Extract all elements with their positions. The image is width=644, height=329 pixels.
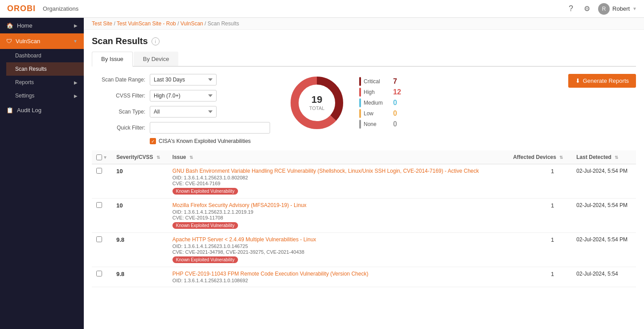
generate-reports-button[interactable]: ⬇ Generate Reports xyxy=(568,74,636,88)
vulnscan-arrow-icon: ▼ xyxy=(73,39,78,44)
donut-chart: 19 TOTAL xyxy=(288,74,346,132)
row3-severity-value: 9.8 xyxy=(116,236,124,243)
filters-column: Scan Date Range: Last 30 Days Last 7 Day… xyxy=(92,74,270,144)
scan-type-label: Scan Type: xyxy=(92,109,145,115)
row2-affected: 1 xyxy=(505,199,572,233)
quick-filter-label: Quick Filter: xyxy=(92,125,145,131)
sidebar-item-audit-log[interactable]: 📋 Audit Log xyxy=(0,102,84,118)
row1-last-detected: 02-Jul-2024, 5:54 PM xyxy=(572,164,636,199)
row3-issue-title[interactable]: Apache HTTP Server < 2.4.49 Multiple Vul… xyxy=(172,236,316,243)
legend-medium-bar xyxy=(359,98,361,107)
legend-low-count: 0 xyxy=(393,110,397,118)
row2-severity-value: 10 xyxy=(116,202,123,209)
header-checkbox[interactable] xyxy=(96,154,102,160)
row1-checkbox-cell xyxy=(92,164,112,199)
legend-high-count: 12 xyxy=(393,88,401,96)
page-info-icon[interactable]: i xyxy=(152,37,160,45)
row4-issue-title[interactable]: PHP CVE-2019-11043 FPM Remote Code Execu… xyxy=(172,271,369,277)
header-issue[interactable]: Issue ⇅ xyxy=(168,150,505,164)
scan-date-label: Scan Date Range: xyxy=(92,77,145,83)
donut-center: 19 TOTAL xyxy=(309,95,324,111)
legend-none-count: 0 xyxy=(393,120,397,128)
sidebar-item-vulnscan[interactable]: 🛡 VulnScan ▼ xyxy=(0,33,84,49)
help-icon[interactable]: ? xyxy=(566,4,576,14)
row2-detected-value: 02-Jul-2024, 5:54 PM xyxy=(576,202,628,208)
home-arrow-icon: ▶ xyxy=(74,23,78,28)
row3-affected: 1 xyxy=(505,233,572,267)
sidebar: 🏠 Home ▶ 🛡 VulnScan ▼ Dashboard Scan Res… xyxy=(0,18,84,329)
row4-checkbox[interactable] xyxy=(96,271,102,276)
donut-total-label: TOTAL xyxy=(309,106,324,111)
breadcrumb-vulnscan[interactable]: VulnScan xyxy=(180,20,203,27)
row1-oid: OID: 1.3.6.1.4.1.25623.1.0.802082 xyxy=(172,175,500,180)
sidebar-item-dashboard[interactable]: Dashboard xyxy=(6,49,84,62)
topbar-org[interactable]: Organizations xyxy=(43,5,78,12)
table-row: 10 Mozilla Firefox Security Advisory (MF… xyxy=(92,199,636,233)
scan-type-select[interactable]: All Active Passive xyxy=(150,106,217,118)
row2-checkbox[interactable] xyxy=(96,202,102,208)
sidebar-item-home-label: Home xyxy=(17,22,33,29)
header-affected[interactable]: Affected Devices ⇅ xyxy=(505,150,572,164)
audit-log-icon: 📋 xyxy=(6,107,13,114)
row4-affected-count: 1 xyxy=(551,271,554,277)
legend-none-bar xyxy=(359,120,361,129)
row1-affected-count: 1 xyxy=(551,168,554,175)
issue-sort-icon: ⇅ xyxy=(189,155,193,160)
settings-icon[interactable]: ⚙ xyxy=(582,4,592,14)
row1-issue: GNU Bash Environment Variable Handling R… xyxy=(168,164,505,199)
row2-affected-count: 1 xyxy=(551,202,554,209)
page-title: Scan Results xyxy=(92,36,148,46)
row2-last-detected: 02-Jul-2024, 5:54 PM xyxy=(572,199,636,233)
legend-medium-name: Medium xyxy=(364,100,390,106)
scan-date-select[interactable]: Last 30 Days Last 7 Days Last 90 Days Al… xyxy=(150,74,217,85)
legend-critical-name: Critical xyxy=(364,78,390,85)
row1-cve: CVE: CVE-2014-7169 xyxy=(172,181,500,186)
header-checkbox-cell: ▼ xyxy=(92,150,112,164)
row4-detected-value: 02-Jul-2024, 5:54 xyxy=(576,271,618,277)
sidebar-item-settings-label: Settings xyxy=(15,93,34,99)
legend-high-name: High xyxy=(364,89,390,95)
breadcrumb-vulnscan-site[interactable]: Test VulnScan Site - Rob xyxy=(117,20,176,27)
quick-filter-input[interactable] xyxy=(150,122,270,134)
row1-checkbox[interactable] xyxy=(96,168,102,174)
sidebar-item-reports-label: Reports xyxy=(15,79,34,85)
row4-checkbox-cell xyxy=(92,267,112,287)
donut-total-number: 19 xyxy=(309,95,324,105)
row3-affected-count: 1 xyxy=(551,236,554,243)
row2-oid: OID: 1.3.6.1.4.1.25623.1.2.1.2019.19 xyxy=(172,209,500,215)
table-row: 10 GNU Bash Environment Variable Handlin… xyxy=(92,164,636,199)
tab-by-issue[interactable]: By Issue xyxy=(92,52,133,67)
header-severity[interactable]: Severity/CVSS ⇅ xyxy=(112,150,168,164)
vulnscan-icon: 🛡 xyxy=(6,38,12,45)
tab-by-device[interactable]: By Device xyxy=(134,52,179,66)
row2-issue-title[interactable]: Mozilla Firefox Security Advisory (MFSA2… xyxy=(172,202,307,208)
avatar: R xyxy=(598,3,610,15)
row1-issue-title[interactable]: GNU Bash Environment Variable Handling R… xyxy=(172,168,479,174)
breadcrumb-test-site[interactable]: Test Site xyxy=(92,20,112,27)
cisa-checkbox[interactable]: ✓ xyxy=(150,138,156,144)
cisa-checkbox-label: CISA's Known Exploited Vulnerabilities xyxy=(159,138,251,144)
sidebar-item-home[interactable]: 🏠 Home ▶ xyxy=(0,18,84,33)
user-menu[interactable]: R Robert ▼ xyxy=(598,3,637,15)
tabs: By Issue By Device xyxy=(92,52,636,67)
row1-severity-value: 10 xyxy=(116,168,123,175)
sidebar-item-scan-results[interactable]: Scan Results xyxy=(6,62,84,76)
row3-checkbox[interactable] xyxy=(96,236,102,242)
page-content: Scan Results i By Issue By Device Scan D… xyxy=(84,30,644,329)
header-checkbox-arrow[interactable]: ▼ xyxy=(103,155,107,160)
header-affected-label: Affected Devices xyxy=(513,154,556,160)
cvss-filter-select[interactable]: High (7.0+) All Critical (9.0+) Medium (… xyxy=(150,90,217,102)
logo: OROBI xyxy=(7,4,36,13)
header-last-detected-label: Last Detected xyxy=(576,154,611,160)
sidebar-sub-vulnscan: Dashboard Scan Results Reports ▶ Setting… xyxy=(0,49,84,102)
reports-arrow-icon: ▶ xyxy=(74,80,78,85)
row2-issue: Mozilla Firefox Security Advisory (MFSA2… xyxy=(168,199,505,233)
scan-type-filter-row: Scan Type: All Active Passive xyxy=(92,106,270,118)
page-title-row: Scan Results i xyxy=(92,36,636,46)
sidebar-item-settings[interactable]: Settings ▶ xyxy=(6,89,84,102)
affected-sort-icon: ⇅ xyxy=(559,155,563,160)
chart-legend: Critical 7 High 12 Medium xyxy=(359,77,401,129)
header-issue-label: Issue xyxy=(172,154,186,160)
header-last-detected[interactable]: Last Detected ⇅ xyxy=(572,150,636,164)
sidebar-item-reports[interactable]: Reports ▶ xyxy=(6,76,84,89)
